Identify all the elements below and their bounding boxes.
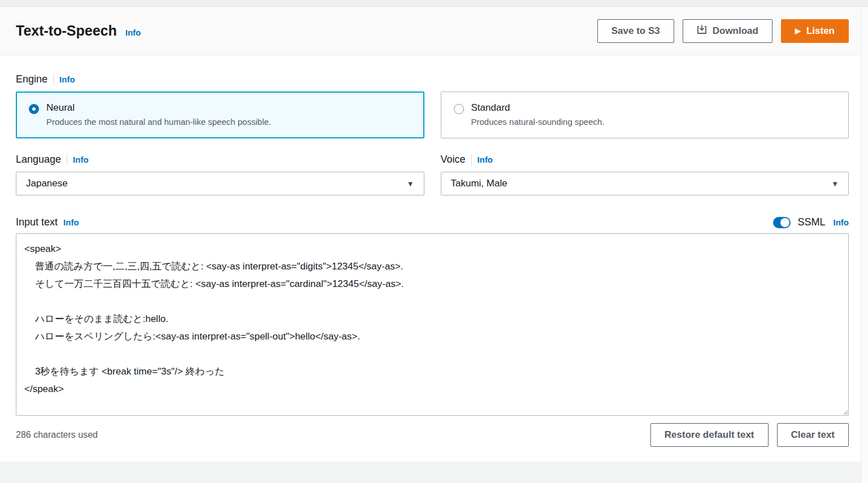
listen-button[interactable]: ▶ Listen [781,19,849,43]
engine-option-description: Produces natural-sounding speech. [471,117,605,127]
engine-option-neural-text: Neural Produces the most natural and hum… [46,102,271,127]
save-to-s3-label: Save to S3 [611,25,660,37]
browser-top-strip [0,0,868,7]
clear-text-button[interactable]: Clear text [777,423,849,447]
ssml-info-link[interactable]: Info [834,217,849,227]
engine-option-neural[interactable]: Neural Produces the most natural and hum… [16,92,424,138]
label-divider [67,154,67,166]
restore-default-text-label: Restore default text [665,429,754,441]
engine-options: Neural Produces the most natural and hum… [16,92,849,138]
voice-selected-value: Takumi, Male [451,178,507,189]
engine-section: Engine Info Neural Produces the most nat… [16,73,849,138]
scrollbar-gutter[interactable] [861,7,868,483]
voice-label: Voice [441,154,466,166]
ssml-toggle-wrap: SSML Info [773,216,849,228]
label-divider [53,74,54,85]
engine-option-standard[interactable]: Standard Produces natural-sounding speec… [441,92,849,138]
radio-unselected-icon[interactable] [454,104,464,114]
label-divider [471,154,472,166]
input-text-label-wrap: Input text Info [16,216,79,228]
language-selected-value: Japanese [26,178,68,189]
engine-label: Engine [16,73,47,85]
engine-option-title: Standard [471,102,605,114]
chevron-down-icon: ▼ [407,180,414,188]
engine-option-description: Produces the most natural and human-like… [46,117,271,127]
clear-text-label: Clear text [791,429,835,441]
ssml-toggle[interactable] [773,217,791,228]
main-content: Engine Info Neural Produces the most nat… [0,55,868,462]
listen-label: Listen [806,25,835,37]
language-section: Language Info Japanese ▼ [16,154,424,195]
input-text-label: Input text [16,216,58,228]
chevron-down-icon: ▼ [831,180,839,188]
page-header: Text-to-Speech Info Save to S3 Download … [0,7,868,55]
input-text-label-row: Input text Info SSML Info [16,216,849,228]
footer-buttons: Restore default text Clear text [650,423,849,447]
download-icon [697,24,707,37]
radio-selected-icon[interactable] [29,104,39,114]
language-label: Language [16,154,61,166]
engine-option-title: Neural [46,102,271,114]
ssml-label: SSML [797,216,825,228]
engine-label-row: Engine Info [16,73,849,85]
character-count: 286 characters used [16,430,98,440]
voice-info-link[interactable]: Info [478,155,493,164]
play-icon: ▶ [795,27,801,34]
language-label-row: Language Info [16,154,424,166]
engine-option-standard-text: Standard Produces natural-sounding speec… [471,102,605,127]
language-select[interactable]: Japanese ▼ [16,172,424,195]
input-text-info-link[interactable]: Info [63,217,79,227]
text-to-speech-page: Text-to-Speech Info Save to S3 Download … [0,7,868,462]
page-title: Text-to-Speech [16,23,117,39]
input-text-section: Input text Info SSML Info <speak> 普通の読み方… [16,216,849,447]
header-actions: Save to S3 Download ▶ Listen [597,19,849,43]
restore-default-text-button[interactable]: Restore default text [650,423,769,447]
textarea-footer: 286 characters used Restore default text… [16,423,849,447]
ssml-toggle-knob [780,218,789,227]
voice-label-row: Voice Info [441,154,849,166]
voice-section: Voice Info Takumi, Male ▼ [441,154,849,195]
voice-select[interactable]: Takumi, Male ▼ [441,172,849,195]
download-button[interactable]: Download [683,19,772,43]
input-text-textarea[interactable]: <speak> 普通の読み方で一,二,三,四,五で読むと: <say-as in… [16,233,849,416]
download-label: Download [713,25,758,37]
language-voice-row: Language Info Japanese ▼ Voice Info Taku… [16,154,849,195]
language-info-link[interactable]: Info [73,155,89,164]
title-info-link[interactable]: Info [125,28,141,37]
engine-info-link[interactable]: Info [59,75,75,84]
page-title-wrap: Text-to-Speech Info [16,23,141,39]
save-to-s3-button[interactable]: Save to S3 [597,19,674,43]
